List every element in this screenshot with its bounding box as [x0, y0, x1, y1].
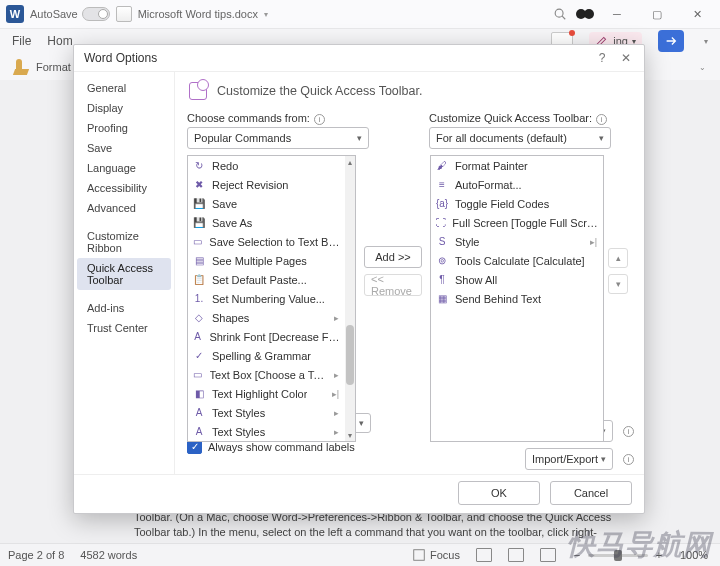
customize-qat-combo[interactable]: For all documents (default) ▾: [429, 127, 611, 149]
import-export-button[interactable]: Import/Export ▾: [525, 448, 613, 470]
list-item[interactable]: ¶Show All: [431, 270, 603, 289]
list-item[interactable]: ▭Text Box [Choose a Text Box]▸: [188, 365, 345, 384]
available-commands-list[interactable]: ↻Redo✖Reject Revision💾Save💾Save As▭Save …: [187, 155, 356, 442]
autosave-label: AutoSave: [30, 8, 78, 20]
list-item[interactable]: {a}Toggle Field Codes: [431, 194, 603, 213]
chevron-down-icon: ▾: [357, 133, 362, 143]
list-item[interactable]: SStyle▸|: [431, 232, 603, 251]
zoom-slider[interactable]: [588, 554, 648, 557]
dialog-nav-item[interactable]: General: [77, 78, 171, 98]
submenu-chevron-icon: ▸: [334, 313, 341, 323]
list-item[interactable]: AText Styles▸: [188, 403, 345, 422]
highlight-icon: ◧: [192, 387, 206, 401]
document-text-fragment: Toolbar. (On a Mac, choose Word->Prefere…: [134, 510, 680, 540]
view-read-mode-icon[interactable]: [508, 548, 524, 562]
format-painter-icon[interactable]: [14, 59, 30, 75]
ribbon-chevron-icon[interactable]: ▾: [704, 37, 708, 46]
list-item[interactable]: ⛶Full Screen [Toggle Full Screen Vie...: [431, 213, 603, 232]
list-item[interactable]: ◇Shapes▸: [188, 308, 345, 327]
scrollbar[interactable]: ▴ ▾: [345, 156, 355, 441]
window-minimize-button[interactable]: ─: [600, 2, 634, 26]
cancel-button[interactable]: Cancel: [550, 481, 632, 505]
view-print-layout-icon[interactable]: [476, 548, 492, 562]
info-icon[interactable]: i: [623, 454, 634, 465]
presence-icon[interactable]: [576, 7, 594, 21]
dialog-nav-item[interactable]: Accessibility: [77, 178, 171, 198]
chevron-down-icon: ▾: [599, 133, 604, 143]
saveas-icon: 💾: [192, 216, 206, 230]
info-icon[interactable]: i: [596, 114, 607, 125]
scroll-thumb[interactable]: [346, 325, 354, 385]
status-page[interactable]: Page 2 of 8: [8, 549, 64, 561]
ribbon-collapse-chevron-icon[interactable]: ⌄: [699, 63, 720, 72]
svg-line-1: [562, 16, 565, 19]
autosave-toggle[interactable]: [82, 7, 110, 21]
status-bar: Page 2 of 8 4582 words Focus − + 100%: [0, 543, 720, 566]
zoom-in-button[interactable]: +: [654, 549, 664, 561]
list-item[interactable]: ↻Redo: [188, 156, 345, 175]
status-word-count[interactable]: 4582 words: [80, 549, 137, 561]
share-button[interactable]: [658, 30, 684, 52]
dialog-nav-item[interactable]: Language: [77, 158, 171, 178]
list-item[interactable]: 1.Set Numbering Value...: [188, 289, 345, 308]
scroll-down-button[interactable]: ▾: [345, 429, 355, 441]
list-item-label: Set Numbering Value...: [212, 293, 325, 305]
list-item[interactable]: ▤See Multiple Pages: [188, 251, 345, 270]
list-item-label: Format Painter: [455, 160, 528, 172]
choose-commands-combo[interactable]: Popular Commands ▾: [187, 127, 369, 149]
list-item[interactable]: ▭Save Selection to Text Box Gall...: [188, 232, 345, 251]
autosave-toggle-group: AutoSave: [30, 7, 110, 21]
dialog-nav-item[interactable]: Save: [77, 138, 171, 158]
dialog-nav-item[interactable]: Add-ins: [77, 298, 171, 318]
list-item[interactable]: ✖Reject Revision: [188, 175, 345, 194]
status-focus-label: Focus: [430, 549, 460, 561]
dialog-nav: GeneralDisplayProofingSaveLanguageAccess…: [74, 72, 175, 474]
save-icon[interactable]: [116, 6, 132, 22]
list-item[interactable]: AShrink Font [Decrease Font Size]: [188, 327, 345, 346]
list-item[interactable]: 📋Set Default Paste...: [188, 270, 345, 289]
remove-button[interactable]: << Remove: [364, 274, 422, 296]
status-focus[interactable]: Focus: [412, 548, 460, 562]
scroll-track[interactable]: [345, 168, 355, 429]
list-item[interactable]: AText Styles▸: [188, 422, 345, 441]
search-icon[interactable]: [550, 4, 570, 24]
title-chevron-down-icon[interactable]: ▾: [264, 10, 268, 19]
move-down-button[interactable]: ▾: [608, 274, 628, 294]
window-close-button[interactable]: ✕: [680, 2, 714, 26]
scroll-up-button[interactable]: ▴: [345, 156, 355, 168]
ribbon-tab-home[interactable]: Hom: [47, 34, 72, 48]
move-up-button[interactable]: ▴: [608, 248, 628, 268]
dialog-nav-item[interactable]: Display: [77, 98, 171, 118]
submenu-chevron-icon: ▸: [334, 408, 341, 418]
style-icon: S: [435, 235, 449, 249]
add-button[interactable]: Add >>: [364, 246, 422, 268]
list-item[interactable]: ✓Spelling & Grammar: [188, 346, 345, 365]
list-item[interactable]: 💾Save: [188, 194, 345, 213]
list-item-label: Shrink Font [Decrease Font Size]: [209, 331, 341, 343]
qat-current-list[interactable]: 🖌Format Painter≡AutoFormat...{a}Toggle F…: [430, 155, 604, 442]
list-item[interactable]: ◧Text Highlight Color▸|: [188, 384, 345, 403]
info-icon[interactable]: i: [314, 114, 325, 125]
dialog-nav-item[interactable]: Proofing: [77, 118, 171, 138]
window-maximize-button[interactable]: ▢: [640, 2, 674, 26]
list-item[interactable]: ⊚Tools Calculate [Calculate]: [431, 251, 603, 270]
zoom-percent[interactable]: 100%: [680, 549, 712, 561]
list-item[interactable]: ≡AutoFormat...: [431, 175, 603, 194]
dialog-close-button[interactable]: ✕: [614, 47, 638, 69]
list-item[interactable]: ▦Send Behind Text: [431, 289, 603, 308]
list-item[interactable]: 🖌Format Painter: [431, 156, 603, 175]
zoom-out-button[interactable]: −: [572, 549, 582, 561]
dialog-nav-item[interactable]: Advanced: [77, 198, 171, 218]
list-item[interactable]: 💾Save As: [188, 213, 345, 232]
submenu-chevron-icon: ▸: [334, 427, 341, 437]
dialog-nav-item[interactable]: Quick Access Toolbar: [77, 258, 171, 290]
choose-commands-value: Popular Commands: [194, 132, 291, 144]
info-icon[interactable]: i: [623, 426, 634, 437]
dialog-help-button[interactable]: ?: [590, 47, 614, 69]
view-web-layout-icon[interactable]: [540, 548, 556, 562]
ok-button[interactable]: OK: [458, 481, 540, 505]
dialog-nav-item[interactable]: Customize Ribbon: [77, 226, 171, 258]
ribbon-tab-file[interactable]: File: [12, 34, 31, 48]
shapes-icon: ◇: [192, 311, 206, 325]
dialog-nav-item[interactable]: Trust Center: [77, 318, 171, 338]
